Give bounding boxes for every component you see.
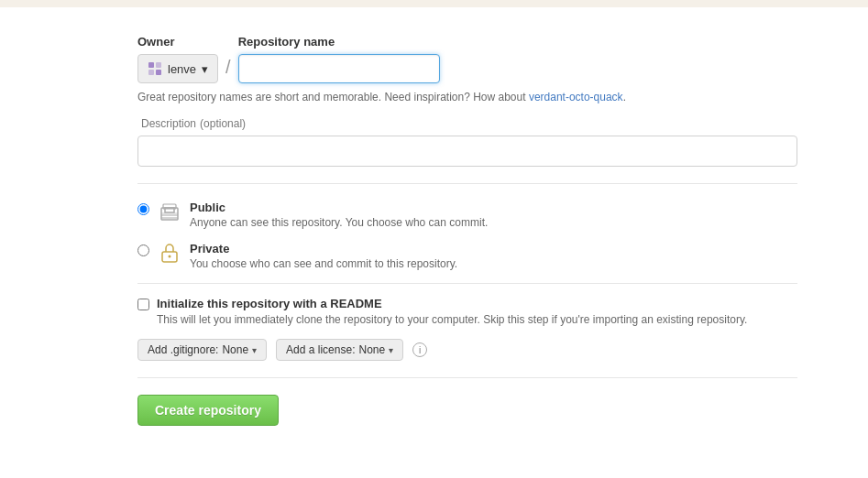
repo-name-input[interactable] [238,54,440,83]
top-bar [0,0,868,7]
owner-icon [148,61,162,76]
readme-section: Initialize this repository with a README… [137,297,797,326]
readme-checkbox[interactable] [137,299,149,310]
divider-1 [137,183,797,184]
owner-label: Owner [137,35,218,49]
owner-dropdown[interactable]: lenve ▾ [137,54,218,83]
license-dropdown[interactable]: Add a license: None ▾ [276,339,403,361]
divider-2 [137,283,797,284]
readme-description: This will let you immediately clone the … [157,313,747,326]
public-label: Public [190,201,488,214]
svg-rect-2 [148,70,154,75]
gitignore-value: None [222,343,248,356]
create-repository-button[interactable]: Create repository [137,395,279,426]
svg-rect-6 [161,212,178,214]
owner-field-group: Owner lenve ▾ [137,35,218,83]
description-label: Description(optional) [137,116,797,130]
addons-row: Add .gitignore: None ▾ Add a license: No… [137,339,797,361]
owner-username: lenve [168,62,196,76]
readme-text: Initialize this repository with a README… [157,297,747,326]
description-optional: (optional) [200,117,246,130]
svg-rect-1 [156,62,161,68]
owner-repo-row: Owner lenve ▾ / Repository name [137,35,797,83]
svg-rect-0 [148,62,154,68]
public-icon [159,201,181,223]
license-caret: ▾ [389,345,393,355]
gitignore-caret: ▾ [252,345,257,355]
private-label: Private [190,242,457,255]
info-icon: i [412,342,427,357]
hint-prefix: Great repository names are short and mem… [137,91,529,103]
private-description: You choose who can see and commit to thi… [190,257,457,270]
public-text: Public Anyone can see this repository. Y… [190,201,488,229]
gitignore-dropdown[interactable]: Add .gitignore: None ▾ [137,339,267,361]
readme-label: Initialize this repository with a README [157,297,747,310]
repo-name-label: Repository name [238,35,440,49]
owner-caret: ▾ [202,62,208,76]
svg-rect-3 [156,70,161,75]
private-text: Private You choose who can see and commi… [190,242,457,270]
svg-point-11 [169,255,171,258]
gitignore-label: Add .gitignore: [148,343,218,356]
license-label: Add a license: [286,343,355,356]
private-option: Private You choose who can see and commi… [137,242,797,270]
public-option: Public Anyone can see this repository. Y… [137,201,797,229]
public-radio[interactable] [137,203,149,215]
public-description: Anyone can see this repository. You choo… [190,216,488,229]
hint-suggestion[interactable]: verdant-octo-quack [529,91,623,103]
private-radio[interactable] [137,244,149,256]
description-input[interactable] [137,136,797,167]
hint-text: Great repository names are short and mem… [137,91,797,103]
divider-3 [137,377,797,378]
license-value: None [358,343,385,356]
private-icon [159,242,181,264]
hint-suffix: . [623,91,626,103]
slash-divider: / [225,57,231,80]
page-wrapper: Owner lenve ▾ / Repository name [0,0,868,478]
repo-name-field-group: Repository name [238,35,440,83]
form-container: Owner lenve ▾ / Repository name [137,35,797,426]
